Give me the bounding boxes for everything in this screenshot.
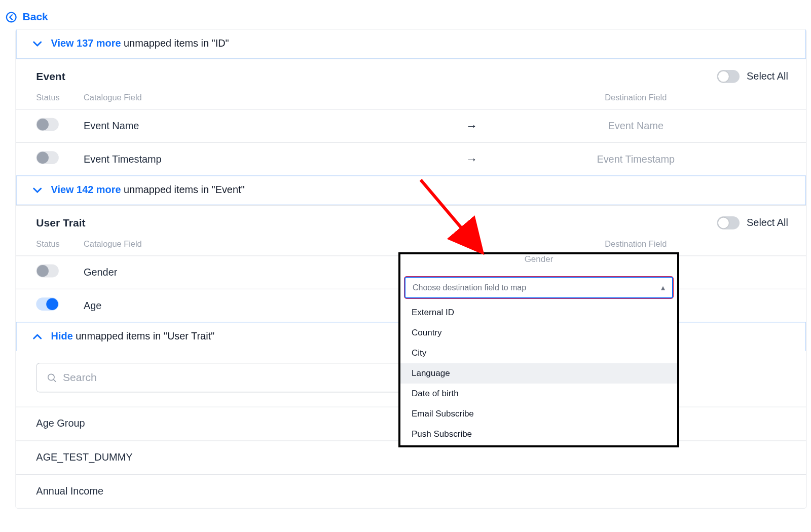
select-all-toggle-event[interactable] [717,70,740,83]
dropdown-option-external-id[interactable]: External ID [400,302,677,323]
catalogue-field: Gender [84,267,117,278]
catalogue-field: Event Timestamp [84,153,162,165]
row-toggle[interactable] [36,297,58,311]
dropdown-option-push-subscribe[interactable]: Push Subscribe [400,424,677,444]
col-catalogue: Catalogue Field [84,93,460,102]
section-header-user-trait: User Trait Select All [16,205,806,236]
list-item[interactable]: Annual Income [16,474,806,508]
dropdown-option-email-subscribe[interactable]: Email Subscribe [400,404,677,424]
select-all-label: Select All [747,70,788,82]
caret-up-icon: ▴ [661,283,665,292]
select-all-label: Select All [747,217,788,229]
search-input[interactable] [63,371,453,384]
row-toggle[interactable] [36,151,58,164]
destination-field[interactable]: Event Name [484,120,788,132]
expand-row-event[interactable]: View 142 more unmapped items in "Event" [16,175,806,205]
destination-select-placeholder: Choose destination field to map [413,283,526,292]
svg-point-0 [48,374,54,380]
catalogue-field: Event Name [84,120,139,132]
dropdown-option-dob[interactable]: Date of birth [400,384,677,404]
section-title-event: Event [36,70,65,83]
catalogue-field: Age [84,299,101,311]
expand-event-link: View 142 more [51,184,121,196]
back-label: Back [22,11,48,23]
search-icon [46,372,57,383]
row-toggle[interactable] [36,264,58,278]
destination-options-list: External ID Country City Language Date o… [400,298,677,445]
column-headers-event: Status Catalogue Field Destination Field [16,89,806,109]
col-status: Status [36,93,84,102]
dropdown-option-city[interactable]: City [400,343,677,363]
back-link[interactable]: Back [0,0,811,29]
map-row-event-name: Event Name → Event Name [16,109,806,142]
select-all-toggle-user-trait[interactable] [717,216,740,230]
back-circle-icon [6,12,17,22]
arrow-right-icon: → [460,119,484,133]
chevron-down-icon [32,39,43,49]
obscured-destination-text: Gender [525,254,554,265]
section-header-event: Event Select All [16,59,806,89]
col-destination: Destination Field [484,239,788,249]
collapse-rest: unmapped items in "User Trait" [73,331,214,342]
destination-select[interactable]: Choose destination field to map ▴ [404,277,673,298]
dropdown-option-country[interactable]: Country [400,323,677,343]
expand-id-link: View 137 more [51,38,121,49]
destination-dropdown-panel: Gender Choose destination field to map ▴… [398,252,679,447]
chevron-up-icon [32,331,43,342]
expand-event-rest: unmapped items in "Event" [121,184,244,196]
section-title-user-trait: User Trait [36,217,85,230]
col-catalogue: Catalogue Field [84,239,460,249]
arrow-right-icon: → [460,153,484,166]
collapse-link: Hide [51,331,73,342]
dropdown-option-language[interactable]: Language [400,363,677,384]
destination-field[interactable]: Event Timestamp [484,153,788,165]
expand-row-id[interactable]: View 137 more unmapped items in "ID" [16,29,806,58]
chevron-down-icon [32,185,43,196]
col-status: Status [36,239,84,249]
svg-line-1 [54,379,56,382]
map-row-event-timestamp: Event Timestamp → Event Timestamp [16,142,806,176]
row-toggle[interactable] [36,118,58,131]
col-destination: Destination Field [484,93,788,102]
expand-id-rest: unmapped items in "ID" [121,38,229,49]
